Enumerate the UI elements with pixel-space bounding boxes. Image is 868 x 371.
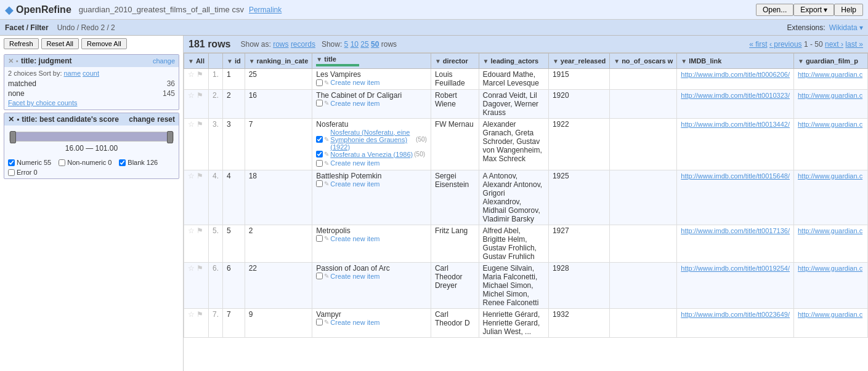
- guardian-link[interactable]: http://www.guardian.c: [798, 121, 862, 128]
- error-checkbox[interactable]: [8, 169, 15, 176]
- facet-score-reset[interactable]: reset: [157, 115, 175, 124]
- show-50[interactable]: 50: [371, 40, 379, 49]
- star-icon[interactable]: ☆: [188, 70, 195, 79]
- create-edit-icon[interactable]: ✎: [324, 235, 329, 242]
- flag-icon[interactable]: ⚑: [197, 91, 203, 100]
- col-oscars-dropdown[interactable]: ▼: [614, 58, 620, 65]
- create-new-link[interactable]: Create new item: [330, 180, 379, 188]
- flag-icon[interactable]: ⚑: [197, 172, 203, 180]
- create-edit-icon[interactable]: ✎: [324, 319, 329, 325]
- imdb-link[interactable]: http://www.imdb.com/title/tt0015648/: [681, 172, 790, 180]
- choice-none[interactable]: none 145: [8, 89, 175, 98]
- star-icon[interactable]: ☆: [188, 226, 195, 235]
- col-year[interactable]: ▼ year_released: [548, 54, 609, 69]
- facet-score-change[interactable]: change: [129, 115, 155, 124]
- flag-icon[interactable]: ⚑: [197, 310, 203, 319]
- col-director[interactable]: ▼ director: [431, 54, 479, 69]
- col-ranking[interactable]: ▼ ranking_in_cate: [245, 54, 312, 69]
- create-checkbox[interactable]: [316, 235, 323, 242]
- guardian-link[interactable]: http://www.guardian.c: [798, 172, 862, 180]
- flag-icon[interactable]: ⚑: [197, 70, 203, 79]
- last-link[interactable]: last »: [845, 40, 863, 49]
- sort-count-link[interactable]: count: [83, 70, 99, 77]
- create-new-link[interactable]: Create new item: [330, 159, 379, 167]
- flag-icon[interactable]: ⚑: [197, 226, 203, 235]
- star-icon[interactable]: ☆: [188, 310, 195, 319]
- candidate-checkbox[interactable]: [316, 151, 323, 158]
- numeric-checkbox-item[interactable]: Numeric 55: [8, 159, 51, 166]
- create-checkbox[interactable]: [316, 180, 323, 187]
- guardian-link[interactable]: http://www.guardian.c: [798, 71, 862, 78]
- create-edit-icon[interactable]: ✎: [324, 79, 329, 86]
- star-icon[interactable]: ☆: [188, 120, 195, 129]
- col-year-dropdown[interactable]: ▼: [553, 58, 559, 65]
- create-edit-icon[interactable]: ✎: [324, 100, 329, 106]
- slider-handle-right[interactable]: [167, 131, 173, 143]
- create-edit-icon[interactable]: ✎: [324, 273, 329, 279]
- guardian-link[interactable]: http://www.guardian.c: [798, 92, 862, 99]
- create-checkbox[interactable]: [316, 273, 323, 279]
- col-guardian-dropdown[interactable]: ▼: [798, 58, 804, 65]
- show-25[interactable]: 25: [360, 40, 368, 49]
- flag-icon[interactable]: ⚑: [197, 264, 203, 273]
- col-imdb[interactable]: ▼ IMDB_link: [677, 54, 794, 69]
- export-button[interactable]: Export ▾: [793, 4, 834, 16]
- col-guardian[interactable]: ▼ guardian_film_p: [793, 54, 867, 69]
- create-new-link[interactable]: Create new item: [330, 319, 379, 326]
- edit-icon[interactable]: ✎: [324, 136, 329, 143]
- non-numeric-checkbox[interactable]: [59, 159, 65, 166]
- facet-by-choice-link[interactable]: Facet by choice counts: [8, 99, 78, 106]
- create-new-link[interactable]: Create new item: [330, 273, 379, 280]
- col-id[interactable]: ▼ id: [222, 54, 245, 69]
- col-leading-actors[interactable]: ▼ leading_actors: [479, 54, 548, 69]
- col-all[interactable]: ▼ All: [184, 54, 209, 69]
- edit-icon[interactable]: ✎: [324, 151, 329, 158]
- first-link[interactable]: « first: [749, 40, 767, 49]
- col-director-dropdown[interactable]: ▼: [435, 58, 441, 65]
- star-icon[interactable]: ☆: [188, 91, 195, 100]
- create-new-link[interactable]: Create new item: [330, 79, 379, 86]
- create-checkbox[interactable]: [316, 160, 323, 167]
- star-icon[interactable]: ☆: [188, 264, 195, 273]
- guardian-link[interactable]: http://www.guardian.c: [798, 311, 862, 318]
- sort-name-link[interactable]: name: [64, 70, 81, 77]
- records-link[interactable]: records: [291, 40, 315, 49]
- create-checkbox[interactable]: [316, 79, 323, 86]
- remove-all-button[interactable]: Remove All: [81, 38, 127, 49]
- facet-score-minimize[interactable]: ▪: [17, 115, 19, 124]
- facet-judgment-change[interactable]: change: [153, 57, 175, 65]
- previous-link[interactable]: ‹ previous: [769, 40, 802, 49]
- imdb-link[interactable]: http://www.imdb.com/title/tt0013442/: [681, 121, 790, 128]
- show-10[interactable]: 10: [351, 40, 359, 49]
- refresh-button[interactable]: Refresh: [4, 38, 39, 49]
- imdb-link[interactable]: http://www.imdb.com/title/tt0023649/: [681, 311, 790, 318]
- star-icon[interactable]: ☆: [188, 172, 195, 180]
- facet-score-close-x[interactable]: ✕: [8, 115, 14, 124]
- non-numeric-checkbox-item[interactable]: Non-numeric 0: [59, 159, 112, 166]
- imdb-link[interactable]: http://www.imdb.com/title/tt0019254/: [681, 265, 790, 272]
- col-title[interactable]: ▼ title: [312, 54, 431, 69]
- col-ranking-dropdown[interactable]: ▼: [249, 58, 255, 65]
- blank-checkbox-item[interactable]: Blank 126: [119, 159, 158, 166]
- facet-judgment-close-x[interactable]: ✕: [8, 57, 14, 65]
- open-button[interactable]: Open...: [756, 4, 793, 16]
- col-oscars[interactable]: ▼ no_of_oscars w: [610, 54, 677, 69]
- candidate-link[interactable]: Nosferatu a Venezia (1986): [330, 151, 413, 158]
- imdb-link[interactable]: http://www.imdb.com/title/tt0017136/: [681, 227, 790, 234]
- create-checkbox[interactable]: [316, 100, 323, 106]
- rows-link[interactable]: rows: [273, 40, 288, 49]
- guardian-link[interactable]: http://www.guardian.c: [798, 227, 862, 234]
- imdb-link[interactable]: http://www.imdb.com/title/tt0006206/: [681, 71, 790, 78]
- guardian-link[interactable]: http://www.guardian.c: [798, 265, 862, 272]
- create-edit-icon[interactable]: ✎: [324, 160, 329, 167]
- imdb-link[interactable]: http://www.imdb.com/title/tt0010323/: [681, 92, 790, 99]
- reset-all-button[interactable]: Reset All: [41, 38, 79, 49]
- col-all-dropdown[interactable]: ▼: [188, 58, 194, 65]
- col-imdb-dropdown[interactable]: ▼: [681, 58, 687, 65]
- flag-icon[interactable]: ⚑: [197, 120, 203, 129]
- show-5[interactable]: 5: [344, 40, 349, 49]
- create-new-link[interactable]: Create new item: [330, 100, 379, 107]
- choice-matched[interactable]: matched 36: [8, 79, 175, 89]
- numeric-checkbox[interactable]: [8, 159, 15, 166]
- create-new-link[interactable]: Create new item: [330, 235, 379, 242]
